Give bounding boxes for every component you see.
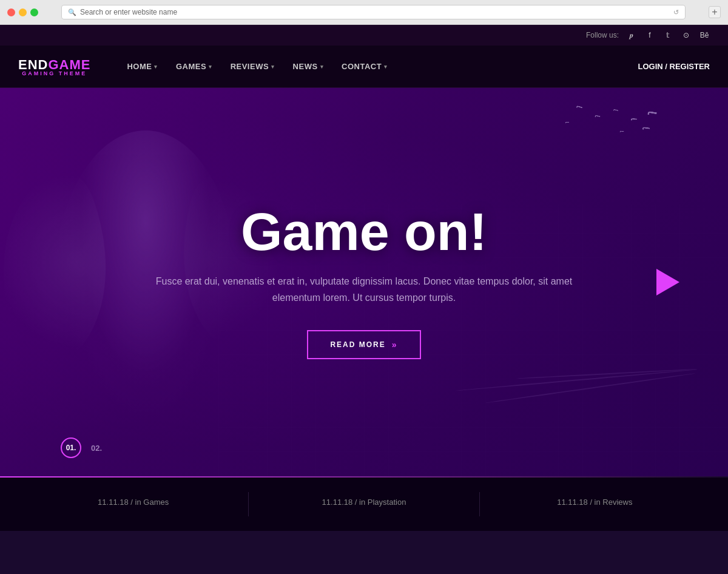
top-bar: Follow us: 𝒑 f 𝕥 ⊙ Bē <box>0 25 728 46</box>
hero-content: Game on! Fusce erat dui, venenatis et er… <box>133 205 595 359</box>
hero-subtitle: Fusce erat dui, venenatis et erat in, vu… <box>146 273 582 306</box>
bottom-item-playstation: 11.11.18 / in Playstation <box>249 498 479 512</box>
bird-2 <box>631 118 637 121</box>
behance-icon[interactable]: Bē <box>699 30 710 41</box>
date-value-2: 11.11.18 <box>322 498 353 507</box>
bird-7 <box>576 106 583 110</box>
nav-label-news: News <box>293 62 318 71</box>
bird-1 <box>647 111 657 116</box>
read-more-button[interactable]: READ MORE » <box>307 330 420 359</box>
hero-title: Game on! <box>146 205 582 258</box>
play-button[interactable] <box>656 269 679 295</box>
nav-label-contact: Contact <box>342 62 382 71</box>
bridge-line-1 <box>455 369 697 391</box>
logo-subtitle: GAMING THEME <box>18 70 90 76</box>
facebook-icon[interactable]: f <box>644 30 655 41</box>
category-reviews[interactable]: Reviews <box>602 498 632 507</box>
logo-end: END <box>18 57 48 72</box>
chevron-right-icon: » <box>392 340 398 349</box>
bird-4 <box>642 127 650 130</box>
address-bar[interactable]: 🔍 Search or enter website name ↺ <box>61 5 686 19</box>
chevron-down-icon: ▾ <box>154 64 158 70</box>
slide-indicator-2[interactable]: 02. <box>91 444 102 453</box>
instagram-icon[interactable]: ⊙ <box>681 30 692 41</box>
logo-game: GAME <box>48 57 90 72</box>
chevron-down-icon: ▾ <box>384 64 388 70</box>
category-games[interactable]: Games <box>143 498 169 507</box>
browser-chrome: 🔍 Search or enter website name ↺ + <box>0 0 728 25</box>
nav-links: Home ▾ Games ▾ Reviews ▾ News ▾ Contact … <box>127 62 638 71</box>
slide-indicators: 01. 02. <box>61 437 102 458</box>
nav-item-games[interactable]: Games ▾ <box>176 62 212 71</box>
bridge-line-2 <box>485 373 696 403</box>
bird-3 <box>613 109 619 112</box>
close-button-traffic[interactable] <box>7 8 15 16</box>
search-icon: 🔍 <box>68 8 76 16</box>
in-label-2: / in <box>355 498 368 507</box>
chevron-down-icon: ▾ <box>271 64 275 70</box>
bottom-date-3: 11.11.18 / in Reviews <box>480 498 710 507</box>
chevron-down-icon: ▾ <box>209 64 212 70</box>
chevron-down-icon: ▾ <box>320 64 324 70</box>
date-value-1: 11.11.18 <box>98 498 129 507</box>
bottom-item-reviews: 11.11.18 / in Reviews <box>480 498 710 512</box>
in-label-1: / in <box>130 498 143 507</box>
play-triangle-icon <box>656 269 679 295</box>
nav-item-reviews[interactable]: Reviews ▾ <box>231 62 275 71</box>
reload-icon[interactable]: ↺ <box>673 8 679 16</box>
twitter-icon[interactable]: 𝕥 <box>662 30 673 41</box>
nav-label-home: Home <box>127 62 152 71</box>
logo[interactable]: ENDGAME GAMING THEME <box>18 57 90 76</box>
minimize-button-traffic[interactable] <box>19 8 27 16</box>
bird-8 <box>565 122 569 124</box>
category-playstation[interactable]: Playstation <box>368 498 406 507</box>
bird-6 <box>619 130 624 133</box>
follow-label: Follow us: <box>586 31 619 39</box>
bottom-date-1: 11.11.18 / in Games <box>18 498 248 507</box>
in-label-3: / in <box>590 498 602 507</box>
bottom-date-2: 11.11.18 / in Playstation <box>249 498 479 507</box>
date-value-3: 11.11.18 <box>557 498 588 507</box>
website-content: Follow us: 𝒑 f 𝕥 ⊙ Bē ENDGAME GAMING THE… <box>0 25 728 574</box>
bottom-bar: 11.11.18 / in Games 11.11.18 / in Playst… <box>0 478 728 531</box>
nav-item-contact[interactable]: Contact ▾ <box>342 62 388 71</box>
cta-label: READ MORE <box>330 340 385 349</box>
maximize-button-traffic[interactable] <box>30 8 38 16</box>
address-text: Search or enter website name <box>80 8 670 16</box>
new-tab-button[interactable]: + <box>709 6 721 18</box>
pinterest-icon[interactable]: 𝒑 <box>626 30 637 41</box>
nav-item-news[interactable]: News ▾ <box>293 62 324 71</box>
birds-decoration <box>485 106 667 167</box>
navbar: ENDGAME GAMING THEME Home ▾ Games ▾ Revi… <box>0 46 728 88</box>
traffic-lights <box>7 8 38 16</box>
nav-label-reviews: Reviews <box>231 62 269 71</box>
hero-section: Game on! Fusce erat dui, venenatis et er… <box>0 88 728 476</box>
bird-5 <box>595 115 601 118</box>
nav-label-games: Games <box>176 62 206 71</box>
bottom-item-games: 11.11.18 / in Games <box>18 498 248 512</box>
login-register-button[interactable]: Login / Register <box>638 62 710 71</box>
nav-item-home[interactable]: Home ▾ <box>127 62 158 71</box>
slide-indicator-1[interactable]: 01. <box>61 437 81 458</box>
